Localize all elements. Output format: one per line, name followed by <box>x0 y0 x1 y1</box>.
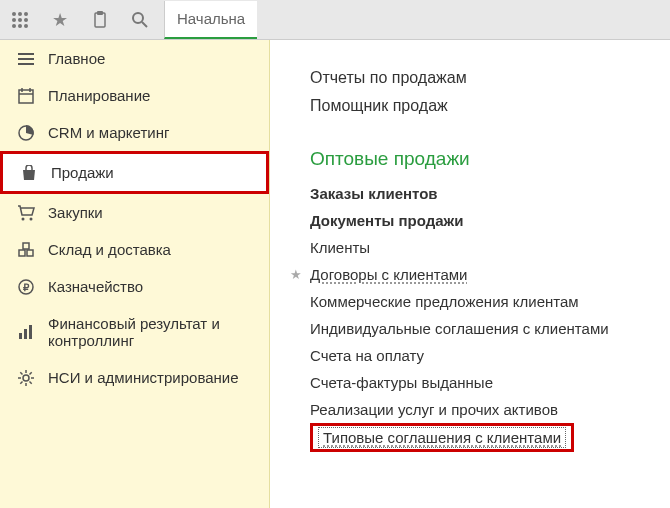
sidebar-item-purchases[interactable]: Закупки <box>0 194 269 231</box>
sidebar-item-admin[interactable]: НСИ и администрирование <box>0 359 269 396</box>
sidebar-item-finance[interactable]: Финансовый результат и контроллинг <box>0 305 269 359</box>
svg-rect-10 <box>97 11 103 15</box>
content-panel: Отчеты по продажам Помощник продаж Оптов… <box>270 40 670 508</box>
svg-point-3 <box>12 18 16 22</box>
menu-item-customer-orders[interactable]: Заказы клиентов <box>310 180 670 207</box>
sidebar-item-label: НСИ и администрирование <box>48 369 239 386</box>
menu-item-commercial-offers[interactable]: Коммерческие предложения клиентам <box>310 288 670 315</box>
svg-point-31 <box>23 375 29 381</box>
svg-rect-29 <box>24 329 27 339</box>
svg-rect-16 <box>19 90 33 103</box>
menu-item-customers[interactable]: Клиенты <box>310 234 670 261</box>
cart-icon <box>14 205 38 221</box>
menu-item-customer-contracts[interactable]: Договоры с клиентами <box>310 261 670 288</box>
svg-point-11 <box>133 13 143 23</box>
sidebar-item-warehouse[interactable]: Склад и доставка <box>0 231 269 268</box>
svg-point-5 <box>24 18 28 22</box>
svg-text:₽: ₽ <box>23 282 30 293</box>
sidebar-item-sales[interactable]: Продажи <box>0 151 269 194</box>
sidebar-item-planning[interactable]: Планирование <box>0 77 269 114</box>
svg-point-7 <box>18 24 22 28</box>
svg-point-6 <box>12 24 16 28</box>
warehouse-icon <box>14 242 38 258</box>
sidebar-item-treasury[interactable]: ₽ Казначейство <box>0 268 269 305</box>
svg-point-21 <box>22 217 25 220</box>
chart-icon <box>14 324 38 340</box>
bag-icon <box>17 165 41 181</box>
sidebar-item-label: Продажи <box>51 164 114 181</box>
gear-icon <box>14 370 38 386</box>
tab-start[interactable]: Начальна <box>164 1 257 39</box>
svg-point-1 <box>18 12 22 16</box>
sidebar-item-label: Закупки <box>48 204 103 221</box>
svg-line-37 <box>30 381 32 383</box>
menu-item-issued-invoices[interactable]: Счета-фактуры выданные <box>310 369 670 396</box>
svg-line-36 <box>20 372 22 374</box>
svg-line-39 <box>30 372 32 374</box>
search-icon[interactable] <box>120 0 160 40</box>
calendar-icon <box>14 88 38 104</box>
link-sales-assistant[interactable]: Помощник продаж <box>310 92 670 120</box>
svg-rect-24 <box>27 250 33 256</box>
sidebar-item-label: Главное <box>48 50 105 67</box>
svg-line-38 <box>20 381 22 383</box>
sidebar-item-main[interactable]: Главное <box>0 40 269 77</box>
link-sales-reports[interactable]: Отчеты по продажам <box>310 64 670 92</box>
svg-rect-30 <box>29 325 32 339</box>
clipboard-icon[interactable] <box>80 0 120 40</box>
menu-item-invoices[interactable]: Счета на оплату <box>310 342 670 369</box>
sidebar: Главное Планирование CRM и маркетинг Про… <box>0 40 270 508</box>
svg-point-4 <box>18 18 22 22</box>
menu-item-individual-agreements[interactable]: Индивидуальные соглашения с клиентами <box>310 315 670 342</box>
svg-rect-28 <box>19 333 22 339</box>
section-title-wholesale: Оптовые продажи <box>310 148 670 170</box>
toolbar: ★ Начальна <box>0 0 670 40</box>
sidebar-item-label: Склад и доставка <box>48 241 171 258</box>
tab-label: Начальна <box>177 10 245 27</box>
svg-point-2 <box>24 12 28 16</box>
sidebar-item-label: Планирование <box>48 87 150 104</box>
svg-point-8 <box>24 24 28 28</box>
star-icon[interactable]: ★ <box>40 0 80 40</box>
menu-item-service-sales[interactable]: Реализации услуг и прочих активов <box>310 396 670 423</box>
svg-rect-23 <box>19 250 25 256</box>
menu-item-standard-agreements[interactable]: Типовые соглашения с клиентами <box>310 423 574 452</box>
svg-rect-25 <box>23 243 29 249</box>
svg-point-0 <box>12 12 16 16</box>
menu-list-wholesale: Заказы клиентов Документы продажи Клиент… <box>310 180 670 452</box>
sidebar-item-label: Казначейство <box>48 278 143 295</box>
ruble-icon: ₽ <box>14 279 38 295</box>
sidebar-item-label: CRM и маркетинг <box>48 124 169 141</box>
sidebar-item-label: Финансовый результат и контроллинг <box>48 315 255 349</box>
svg-point-22 <box>30 217 33 220</box>
menu-icon <box>14 52 38 66</box>
pie-icon <box>14 125 38 141</box>
svg-line-12 <box>142 22 147 27</box>
menu-item-sales-documents[interactable]: Документы продажи <box>310 207 670 234</box>
apps-icon[interactable] <box>0 0 40 40</box>
sidebar-item-crm[interactable]: CRM и маркетинг <box>0 114 269 151</box>
svg-rect-9 <box>95 13 105 27</box>
